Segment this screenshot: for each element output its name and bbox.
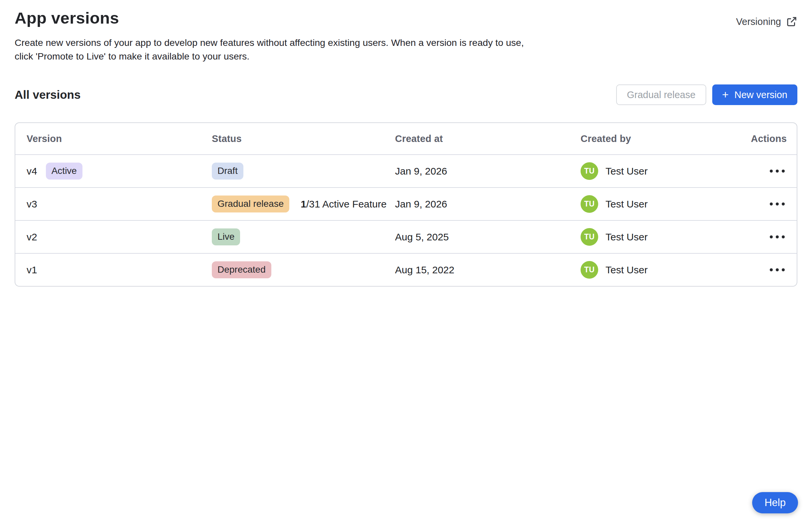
active-badge: Active [46, 163, 83, 179]
created-at-value: Jan 9, 2026 [395, 198, 581, 210]
table-header-row: Version Status Created at Created by Act… [15, 123, 797, 154]
user-name: Test User [606, 264, 648, 276]
ellipsis-icon [770, 235, 785, 238]
created-at-value: Jan 9, 2026 [395, 166, 581, 177]
status-badge-deprecated: Deprecated [212, 261, 271, 278]
created-at-value: Aug 15, 2022 [395, 264, 581, 276]
help-button[interactable]: Help [752, 492, 798, 513]
plus-icon: + [722, 89, 729, 100]
version-label: v4 [27, 166, 37, 177]
table-row-v3: v3 Gradual release 1/31 Active Features … [15, 187, 797, 220]
ellipsis-icon [770, 203, 785, 205]
section-title: All versions [15, 88, 81, 101]
created-at-value: Aug 5, 2025 [395, 232, 581, 243]
avatar: TU [581, 195, 598, 213]
table-row-v2: v2 Live Aug 5, 2025 TU Test User [15, 220, 797, 253]
status-badge-live: Live [212, 229, 240, 245]
column-header-status: Status [212, 133, 395, 144]
user-name: Test User [606, 232, 648, 243]
user-name: Test User [606, 166, 648, 177]
row-menu-button[interactable] [768, 265, 787, 275]
version-label: v1 [27, 264, 37, 276]
versioning-docs-link[interactable]: Versioning [736, 16, 797, 27]
new-version-button[interactable]: + New version [712, 85, 797, 105]
table-row-v1: v1 Deprecated Aug 15, 2022 TU Test User [15, 253, 797, 286]
ellipsis-icon [770, 170, 785, 173]
avatar: TU [581, 261, 598, 279]
status-badge-draft: Draft [212, 163, 243, 179]
active-features-note: 1/31 Active Features [301, 198, 386, 210]
row-menu-button[interactable] [768, 232, 787, 242]
versions-table: Version Status Created at Created by Act… [15, 122, 797, 286]
gradual-release-button[interactable]: Gradual release [616, 85, 706, 105]
row-menu-button[interactable] [768, 166, 787, 176]
avatar: TU [581, 162, 598, 180]
column-header-created-by: Created by [581, 133, 720, 144]
new-version-button-label: New version [734, 89, 787, 100]
section-buttons: Gradual release + New version [616, 85, 797, 105]
row-menu-button[interactable] [768, 199, 787, 209]
table-row-v4: v4 Active Draft Jan 9, 2026 TU Test User [15, 154, 797, 187]
page-title: App versions [15, 9, 119, 27]
page-description: Create new versions of your app to devel… [15, 36, 547, 63]
avatar: TU [581, 228, 598, 246]
external-link-icon [786, 16, 797, 27]
page-header: App versions Versioning [15, 0, 797, 27]
status-badge-gradual-release: Gradual release [212, 195, 289, 212]
ellipsis-icon [770, 268, 785, 271]
versioning-link-label: Versioning [736, 16, 781, 27]
column-header-created-at: Created at [395, 133, 581, 144]
active-features-count: 1 [301, 198, 306, 210]
column-header-actions: Actions [720, 133, 787, 144]
version-label: v2 [27, 232, 37, 243]
description-line-1: Create new versions of your app to devel… [15, 37, 524, 48]
version-label: v3 [27, 198, 37, 210]
active-features-text: /31 Active Features [306, 198, 386, 210]
user-name: Test User [606, 198, 648, 210]
column-header-version: Version [27, 133, 212, 144]
all-versions-section-header: All versions Gradual release + New versi… [15, 85, 797, 105]
app-versions-page: App versions Versioning Create new versi… [0, 0, 812, 530]
description-line-2: click 'Promote to Live' to make it avail… [15, 51, 249, 61]
